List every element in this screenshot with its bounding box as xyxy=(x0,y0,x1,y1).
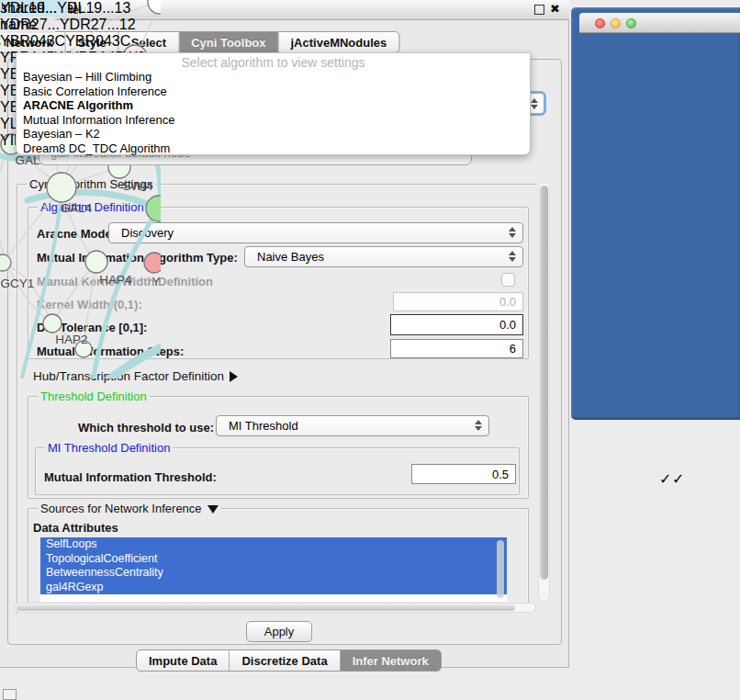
select-all-checked-icon[interactable]: ✓ xyxy=(659,470,671,488)
spinner-arrows-icon xyxy=(475,420,482,431)
algorithm-option[interactable]: Dream8 DC_TDC Algorithm xyxy=(17,141,530,156)
cyni-bottom-tabs: Impute DataDiscretize DataInfer Network xyxy=(136,649,442,672)
network-edge[interactable] xyxy=(0,144,52,323)
spinner-arrows-icon xyxy=(509,251,516,262)
network-node-y[interactable] xyxy=(144,253,161,273)
table-row[interactable]: YDR27...YDR27...12 xyxy=(0,17,150,33)
algorithm-option[interactable]: Mutual Information Inference xyxy=(17,113,530,128)
which-threshold-value: MI Threshold xyxy=(229,419,298,433)
select-all-checked-icon[interactable]: ✓ xyxy=(672,470,684,488)
data-attribute-item[interactable]: SelfLoops xyxy=(40,537,507,552)
network-edge-highlighted[interactable] xyxy=(101,342,161,378)
table-cell: YDL19... xyxy=(57,0,114,16)
network-node-label: HAP2 xyxy=(55,333,87,346)
collapsed-arrow-icon xyxy=(230,371,238,382)
algorithm-dropdown-placeholder: Select algorithm to view settings xyxy=(17,53,530,70)
network-window-titlebar[interactable] xyxy=(579,13,740,33)
table-horizontal-scrollbar[interactable] xyxy=(0,0,2,10)
algorithm-option[interactable]: Basic Correlation Inference xyxy=(17,85,530,99)
network-node-hap2[interactable] xyxy=(43,314,62,333)
dock-panel-icon[interactable] xyxy=(3,689,17,700)
network-view-frame xyxy=(571,7,740,420)
tab-discretize-data[interactable]: Discretize Data xyxy=(230,650,340,671)
sources-title-text: Sources for Network Inference xyxy=(40,502,202,515)
network-node[interactable] xyxy=(146,196,161,221)
float-window-icon[interactable] xyxy=(534,5,544,15)
table-cell: YDR27... xyxy=(0,17,60,32)
desktop: { "control_panel": { "title": "Control P… xyxy=(0,0,740,700)
spinner-arrows-icon xyxy=(531,98,538,109)
close-icon[interactable]: ✖ xyxy=(550,2,560,16)
network-node-label: SWI4 xyxy=(122,179,152,193)
table-cell: YBR043C xyxy=(65,33,130,49)
kernel-width-field[interactable]: 0.0 xyxy=(393,292,523,311)
data-attribute-item[interactable]: BetweennessCentrality xyxy=(40,566,507,581)
sources-group-title[interactable]: Sources for Network Inference xyxy=(38,502,221,515)
network-edge-highlighted[interactable] xyxy=(28,192,161,213)
table-cell: 13 xyxy=(115,0,131,16)
mi-threshold-definition-title: MI Threshold Definition xyxy=(45,441,173,455)
mi-threshold-value: 0.5 xyxy=(492,468,509,481)
tab-label: Cyni Toolbox xyxy=(191,36,265,50)
table-row[interactable]: YDL19...YDL19...13 xyxy=(0,0,150,17)
tab-cyni-toolbox[interactable]: Cyni Toolbox xyxy=(179,32,278,52)
algorithm-option[interactable]: Bayesian – Hill Climbing xyxy=(17,70,530,85)
data-attribute-item[interactable]: gal4RGexp xyxy=(40,581,507,595)
network-node-label: Y xyxy=(151,275,160,288)
kernel-width-value: 0.0 xyxy=(499,295,516,309)
network-node-hap4[interactable] xyxy=(85,251,107,273)
tab-jactivemnodules[interactable]: jActiveMNodules xyxy=(279,32,399,52)
which-threshold-combobox[interactable]: MI Threshold xyxy=(216,415,489,436)
algorithm-dropdown-popup: Select algorithm to view settings Bayesi… xyxy=(16,52,531,155)
algorithm-dropdown-items: Bayesian – Hill ClimbingBasic Correlatio… xyxy=(17,70,530,156)
tab-label: Infer Network xyxy=(353,654,429,668)
mi-steps-value: 6 xyxy=(510,342,516,356)
algorithm-option[interactable]: ARACNE Algorithm xyxy=(17,98,530,113)
threshold-definition-title: Threshold Definition xyxy=(38,390,150,403)
table-cell: YDL19... xyxy=(0,0,57,16)
expanded-arrow-icon xyxy=(207,505,219,514)
apply-button-label: Apply xyxy=(264,625,295,638)
network-node-label: GCY1 xyxy=(1,277,35,290)
mi-threshold-label: Mutual Information Threshold: xyxy=(44,470,217,484)
network-node[interactable] xyxy=(148,0,161,14)
table-cell: YDR27... xyxy=(60,17,119,32)
network-node-gal4[interactable] xyxy=(47,173,76,202)
zoom-traffic-light-icon[interactable] xyxy=(626,18,636,28)
data-attributes-list[interactable]: SelfLoopsTopologicalCoefficientBetweenne… xyxy=(40,537,507,602)
manual-kernel-width-checkbox[interactable] xyxy=(501,273,515,287)
which-threshold-label: Which threshold to use: xyxy=(78,421,214,435)
minimize-traffic-light-icon[interactable] xyxy=(611,18,621,28)
table-cell: YBR043C xyxy=(0,33,65,49)
network-node-label: GAL4 xyxy=(61,201,93,215)
tab-label: Impute Data xyxy=(149,654,217,668)
tab-infer-network[interactable]: Infer Network xyxy=(341,650,441,671)
network-node-label: HAP4 xyxy=(99,273,132,287)
settings-horizontal-scrollbar[interactable] xyxy=(15,603,536,613)
tab-label: Discretize Data xyxy=(241,654,327,668)
table-row[interactable]: YBR043CYBR043C xyxy=(0,33,150,50)
tab-impute-data[interactable]: Impute Data xyxy=(137,650,230,671)
data-attributes-label: Data Attributes xyxy=(33,521,118,535)
aracne-mode-combobox[interactable]: Discovery xyxy=(108,222,523,243)
mi-steps-field[interactable]: 6 xyxy=(390,339,523,358)
dpi-tolerance-field[interactable]: 0.0 xyxy=(390,314,523,335)
settings-vertical-scrollbar[interactable] xyxy=(538,181,550,602)
spinner-arrows-icon xyxy=(509,227,516,238)
data-attributes-items: SelfLoopsTopologicalCoefficientBetweenne… xyxy=(40,537,507,594)
mi-algorithm-type-combobox[interactable]: Naive Bayes xyxy=(244,246,523,267)
close-traffic-light-icon[interactable] xyxy=(595,18,605,28)
table-cell: 12 xyxy=(119,17,136,32)
mi-algorithm-type-value: Naive Bayes xyxy=(257,250,324,264)
mi-threshold-field[interactable]: 0.5 xyxy=(411,464,516,484)
apply-button[interactable]: Apply xyxy=(246,621,312,642)
list-scrollbar[interactable] xyxy=(497,540,504,598)
data-attribute-item[interactable]: TopologicalCoefficient xyxy=(40,552,507,567)
algorithm-option[interactable]: Bayesian – K2 xyxy=(17,127,530,141)
dpi-tolerance-value: 0.0 xyxy=(499,318,516,332)
tab-label: jActiveMNodules xyxy=(291,36,387,50)
network-node-gcy1[interactable] xyxy=(0,254,11,271)
